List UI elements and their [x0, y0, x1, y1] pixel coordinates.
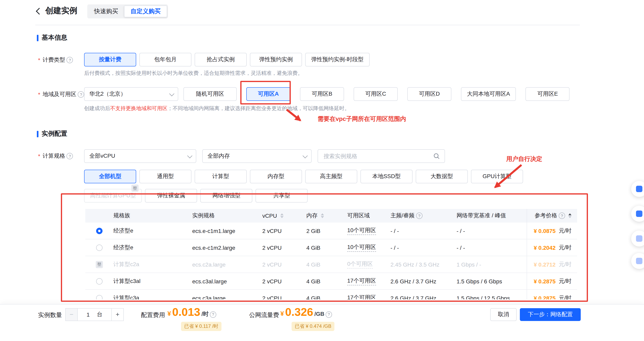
family-tab-bare-metal[interactable]: 弹性裸金属 — [145, 189, 197, 203]
feedback-icon — [636, 235, 642, 242]
az-option-e[interactable]: 可用区E — [526, 87, 570, 101]
billing-type-label: * 计费类型 — [38, 56, 73, 64]
support-icon — [636, 186, 642, 192]
help-icon[interactable] — [416, 213, 422, 219]
next-step-button[interactable]: 下一步：网络配置 — [520, 308, 581, 321]
cell-zones[interactable]: 17个可用区 — [347, 277, 376, 285]
memory-filter-value: 全部内存 — [208, 152, 230, 160]
col-price: 参考价格 — [527, 209, 577, 223]
required-asterisk: * — [38, 91, 40, 98]
cell-family: 计算型c3a — [113, 294, 192, 299]
section-basic-info: 基本信息 — [37, 34, 67, 42]
required-asterisk: * — [38, 153, 40, 159]
col-bandwidth: 网络带宽基准 / 峰值 — [456, 212, 527, 219]
cell-freq: - / - — [390, 228, 456, 234]
help-icon[interactable] — [210, 311, 216, 318]
family-tab-network-enhanced[interactable]: 网络增强型 — [200, 189, 252, 203]
radio-unselected[interactable] — [96, 278, 102, 284]
cell-spec: ecs.c3al.large — [192, 278, 262, 284]
header-divider — [35, 25, 580, 25]
config-fee-label: 配置费用 — [141, 311, 165, 319]
section-bar — [37, 35, 38, 41]
cell-zones[interactable]: 10个可用区 — [347, 227, 376, 235]
billing-option-elastic-reserved-timed[interactable]: 弹性预约实例-时段型 — [305, 53, 370, 66]
family-tab-general[interactable]: 通用型 — [139, 170, 192, 183]
az-option-random[interactable]: 随机可用区 — [184, 87, 237, 101]
table-row[interactable]: 经济型e ecs.e-c1m1.large 2 vCPU 2 GiB 10个可用… — [85, 223, 577, 239]
cell-vcpu: 2 vCPU — [262, 228, 306, 234]
help-icon[interactable] — [559, 213, 565, 219]
cell-memory: 4 GiB — [306, 278, 347, 284]
vcpu-filter-select[interactable]: 全部vCPU — [84, 149, 196, 163]
cell-zones[interactable]: 17个可用区 — [347, 294, 376, 299]
col-freq: 主频/睿频 — [390, 212, 456, 219]
cell-price: ¥ 0.2712 — [534, 261, 556, 268]
table-row[interactable]: 经济型e ecs.e-c1m2.large 2 vCPU 4 GiB 10个可用… — [85, 239, 577, 256]
help-icon[interactable] — [78, 91, 84, 98]
minus-button[interactable]: − — [65, 308, 78, 321]
family-tab-big-data[interactable]: 大数据型 — [416, 170, 468, 183]
table-row[interactable]: 计算型c3al ecs.c3al.large 2 vCPU 4 GiB 17个可… — [85, 273, 577, 290]
traffic-fee-saved-badge: 已省 ¥ 0.474 /GB — [292, 322, 334, 331]
family-tab-all[interactable]: 全部机型 — [84, 170, 136, 183]
radio-unselected[interactable] — [96, 244, 102, 251]
cell-vcpu: 2 vCPU — [262, 261, 306, 268]
az-option-a[interactable]: 可用区A — [246, 87, 290, 101]
billing-option-spot[interactable]: 抢占式实例 — [195, 53, 247, 66]
tab-custom-purchase[interactable]: 自定义购买 — [124, 5, 167, 17]
az-option-b[interactable]: 可用区B — [300, 87, 344, 101]
region-select[interactable]: 华北2（北京） — [84, 87, 178, 101]
cell-family: 经济型e — [113, 244, 192, 251]
traffic-fee-price: ¥ 0.326 /GB — [280, 306, 332, 319]
search-icon[interactable] — [433, 153, 440, 159]
cell-vcpu: 2 vCPU — [262, 278, 306, 284]
spec-table: 规格族 实例规格 vCPU 内存 可用区域 主频/睿频 网络带宽基准 / 峰值 … — [85, 209, 577, 299]
section-bar — [37, 131, 38, 137]
billing-option-elastic-reserved[interactable]: 弹性预约实例 — [250, 53, 302, 66]
family-tab-high-freq[interactable]: 高主频型 — [305, 170, 357, 183]
az-option-d[interactable]: 可用区D — [407, 87, 451, 101]
billing-option-subscription[interactable]: 包年包月 — [139, 53, 192, 66]
back-button[interactable] — [37, 8, 42, 15]
help-icon[interactable] — [67, 153, 73, 159]
purchase-mode-tabs: 快速购买 自定义购买 — [87, 4, 168, 18]
az-option-c[interactable]: 可用区C — [354, 87, 398, 101]
float-calculator-button[interactable] — [631, 206, 644, 222]
sold-out-badge: 整 — [131, 185, 138, 192]
family-tab-memory[interactable]: 内存型 — [250, 170, 302, 183]
cell-freq: 2.6 GHz / 3.7 GHz — [390, 278, 456, 284]
cell-price: ¥ 0.2875 — [534, 278, 556, 284]
help-icon[interactable] — [326, 311, 332, 318]
family-tab-gpu-compute[interactable]: GPU计算型 — [471, 170, 523, 183]
radio-unselected[interactable] — [96, 295, 102, 299]
memory-filter-select[interactable]: 全部内存 — [202, 149, 312, 163]
family-tab-compute[interactable]: 计算型 — [195, 170, 247, 183]
region-select-value: 华北2（北京） — [89, 90, 126, 98]
plus-button[interactable]: + — [111, 308, 124, 321]
help-icon[interactable] — [67, 57, 73, 63]
sort-memory[interactable] — [321, 213, 324, 218]
col-vcpu: vCPU — [262, 213, 306, 219]
count-value-box[interactable]: 1 台 — [77, 308, 112, 321]
cell-bandwidth: - / - — [456, 244, 527, 251]
float-survey-button[interactable] — [631, 253, 644, 269]
sort-price[interactable] — [568, 213, 572, 218]
tab-quick-purchase[interactable]: 快速购买 — [88, 6, 124, 17]
az-option-datong-local-a[interactable]: 大同本地可用区A — [461, 87, 516, 101]
family-tab-shared[interactable]: 共享型 — [256, 189, 308, 203]
chevron-down-icon — [302, 153, 308, 158]
float-support-button[interactable] — [631, 181, 644, 197]
cell-price: ¥ 0.2875 — [534, 295, 556, 299]
billing-option-pay-as-you-go[interactable]: 按量计费 — [84, 53, 136, 66]
radio-selected[interactable] — [96, 228, 102, 234]
sort-vcpu[interactable] — [280, 213, 283, 218]
float-feedback-button[interactable] — [631, 231, 644, 247]
spec-search-input[interactable] — [323, 152, 433, 160]
table-row[interactable]: 计算型c3a ecs.c3a.large 2 vCPU 4 GiB 17个可用区… — [85, 290, 577, 299]
cancel-button[interactable]: 取消 — [490, 308, 517, 321]
cell-family: 计算型c3al — [113, 278, 192, 285]
chevron-down-icon — [169, 91, 174, 96]
family-tab-local-ssd[interactable]: 本地SSD型 — [360, 170, 412, 183]
cell-zones[interactable]: 10个可用区 — [347, 244, 376, 252]
family-tabs-row1: 全部机型 通用型 计算型 内存型 高主频型 本地SSD型 大数据型 GPU计算型 — [84, 170, 523, 183]
